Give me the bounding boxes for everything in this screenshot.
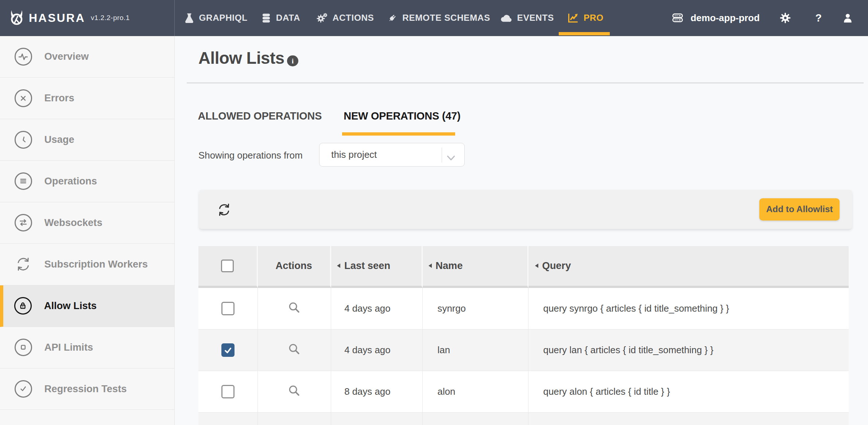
dropdown-value: this project	[331, 149, 377, 160]
sidebar-item-regression-tests[interactable]: Regression Tests	[0, 369, 174, 410]
operations-table: Actions Last seen Name Query	[198, 246, 849, 425]
nav-item-data[interactable]: DATA	[261, 0, 300, 36]
help-button[interactable]: ?	[815, 0, 822, 36]
nav-item-label: REMOTE SCHEMAS	[402, 13, 490, 23]
refresh-icon	[15, 256, 32, 273]
nav-item-label: GRAPHIQL	[199, 13, 248, 23]
sidebar-item-label: Operations	[44, 175, 97, 187]
square-icon	[15, 339, 32, 356]
sidebar-item-label: Usage	[44, 134, 74, 145]
row-cell-select	[198, 330, 258, 371]
active-tab-underline	[342, 132, 455, 136]
clock-icon	[15, 131, 32, 149]
sidebar-item-label: Regression Tests	[44, 383, 127, 395]
database-icon	[261, 13, 271, 23]
nav-item-actions[interactable]: ACTIONS	[317, 0, 374, 36]
divider	[187, 82, 864, 83]
tab-allowed-operations[interactable]: ALLOWED OPERATIONS	[198, 110, 322, 122]
sidebar-item-operations[interactable]: Operations	[0, 161, 174, 202]
sidebar-item-usage[interactable]: Usage	[0, 119, 174, 161]
brand-name: HASURA	[29, 11, 85, 25]
nav-item-remote-schemas[interactable]: REMOTE SCHEMAS	[387, 0, 490, 36]
gear-icon	[780, 12, 791, 23]
nav-item-label: EVENTS	[517, 13, 554, 23]
header-cell-select	[198, 246, 258, 288]
row-cell-select	[198, 413, 258, 425]
nav-item-pro[interactable]: PRO	[567, 0, 604, 36]
top-navbar: HASURA v1.2.2-pro.1 GRAPHIQL DATA	[0, 0, 868, 36]
header-cell-actions[interactable]: Actions	[258, 246, 331, 288]
lock-icon	[14, 297, 32, 315]
user-button[interactable]	[842, 0, 853, 36]
server-icon	[672, 12, 683, 24]
row-cell-name: alon	[423, 371, 528, 413]
filter-label: Showing operations from	[198, 150, 303, 161]
row-cell-name: synrgo	[423, 288, 528, 330]
table-row: 4 days ago synrgo query synrgo { article…	[198, 288, 849, 330]
plug-icon	[387, 13, 397, 23]
sidebar-item-label: Errors	[44, 92, 74, 104]
sort-caret-icon	[429, 264, 432, 268]
nav-item-graphiql[interactable]: GRAPHIQL	[185, 0, 248, 36]
sort-caret-icon	[535, 264, 538, 268]
nav-item-label: ACTIONS	[333, 13, 374, 23]
row-cell-query	[528, 413, 849, 425]
logo-section[interactable]: HASURA v1.2.2-pro.1	[0, 0, 175, 36]
row-checkbox[interactable]	[221, 343, 235, 356]
search-icon[interactable]	[288, 301, 300, 316]
table-header-row: Actions Last seen Name Query	[198, 246, 849, 288]
header-cell-last-seen[interactable]: Last seen	[331, 246, 423, 288]
refresh-button[interactable]	[217, 202, 232, 219]
chevron-down-icon	[447, 153, 455, 163]
sidebar-item-errors[interactable]: Errors	[0, 78, 174, 119]
check-icon	[15, 380, 32, 398]
search-icon[interactable]	[288, 343, 300, 357]
sidebar-item-allow-lists[interactable]: Allow Lists	[0, 285, 174, 327]
arrows-swap-icon	[15, 214, 32, 232]
row-cell-select	[198, 288, 258, 330]
nav-item-events[interactable]: EVENTS	[500, 0, 554, 36]
row-cell-actions	[258, 371, 331, 413]
add-to-allowlist-button[interactable]: Add to Allowlist	[759, 198, 840, 221]
info-icon[interactable]: i	[287, 55, 298, 66]
header-cell-query[interactable]: Query	[528, 246, 849, 288]
sidebar-item-label: Subscription Workers	[44, 258, 148, 270]
sidebar: Overview Errors Usage Operations	[0, 36, 175, 425]
row-checkbox[interactable]	[221, 302, 235, 315]
project-selector[interactable]: demo-app-prod	[672, 0, 760, 36]
dropdown-separator	[442, 148, 442, 163]
sidebar-item-label: API Limits	[44, 342, 93, 353]
row-cell-last-seen: 4 days ago	[331, 288, 423, 330]
project-filter-dropdown[interactable]: this project	[319, 143, 464, 167]
sidebar-item-subscription-workers[interactable]: Subscription Workers	[0, 244, 174, 285]
row-cell-last-seen: 8 days ago	[331, 371, 423, 413]
version-label: v1.2.2-pro.1	[91, 14, 130, 22]
sidebar-item-label: Websockets	[44, 217, 102, 229]
row-cell-query: query synrgo { articles { id title_somet…	[528, 288, 849, 330]
row-cell-actions	[258, 413, 331, 425]
search-icon[interactable]	[288, 385, 300, 399]
sidebar-item-overview[interactable]: Overview	[0, 36, 174, 78]
row-cell-actions	[258, 330, 331, 371]
row-cell-select	[198, 371, 258, 413]
settings-button[interactable]	[780, 0, 791, 36]
row-cell-name: lan	[423, 330, 528, 371]
nav-item-label: DATA	[276, 13, 300, 23]
table-row: 8 days ago alon query alon { articles { …	[198, 371, 849, 413]
pulse-icon	[15, 48, 32, 66]
row-checkbox[interactable]	[221, 385, 235, 398]
tab-new-operations[interactable]: NEW OPERATIONS (47)	[344, 110, 460, 122]
select-all-checkbox[interactable]	[221, 260, 234, 272]
sidebar-item-label: Overview	[44, 51, 89, 62]
line-chart-icon	[567, 12, 579, 24]
sidebar-item-websockets[interactable]: Websockets	[0, 202, 174, 244]
list-icon	[15, 172, 32, 190]
sort-caret-icon	[337, 264, 340, 268]
sidebar-item-label: Allow Lists	[44, 300, 97, 312]
help-label: ?	[815, 12, 822, 24]
header-cell-name[interactable]: Name	[423, 246, 528, 288]
gears-icon	[317, 13, 328, 23]
sidebar-item-api-limits[interactable]: API Limits	[0, 327, 174, 369]
page-title: Allow Lists	[198, 49, 284, 68]
project-name: demo-app-prod	[691, 13, 760, 23]
